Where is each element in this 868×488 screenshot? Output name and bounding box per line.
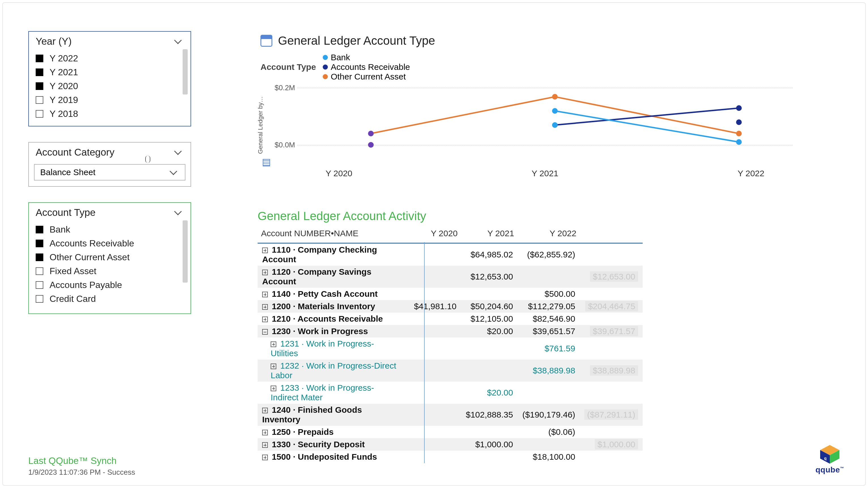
cell-account-name[interactable]: 1210 · Accounts Receivable	[258, 313, 405, 325]
chevron-down-icon[interactable]	[175, 148, 184, 157]
cell-value: $50,204.60	[461, 300, 518, 313]
chart-legend: Account Type BankAccounts ReceivableOthe…	[260, 53, 804, 82]
checkbox-icon[interactable]	[36, 82, 43, 90]
slicer-type-item[interactable]: Other Current Asset	[29, 250, 190, 264]
expand-icon[interactable]	[262, 270, 268, 275]
cell-value	[518, 382, 580, 404]
slicer-type-header[interactable]: Account Type	[29, 203, 190, 221]
chevron-down-icon[interactable]	[175, 37, 184, 45]
chart-plot-area[interactable]: General Ledger by… $0.2M $0.0M Y	[275, 86, 793, 165]
cell-total-ghost	[580, 337, 643, 360]
chevron-down-icon[interactable]	[175, 208, 184, 217]
table-row[interactable]: 1200 · Materials Inventory$41,981.10$50,…	[258, 300, 643, 313]
checkbox-icon[interactable]	[36, 267, 43, 275]
expand-icon[interactable]	[262, 304, 268, 310]
expand-icon[interactable]	[262, 408, 268, 413]
slicer-type-item[interactable]: Fixed Asset	[29, 264, 190, 278]
table-row[interactable]: 1110 · Company Checking Account$64,985.0…	[258, 243, 643, 266]
slicer-year-item[interactable]: Y 2022	[29, 52, 190, 65]
table-row[interactable]: 1120 · Company Savings Account$12,653.00…	[258, 266, 643, 288]
table-row[interactable]: 1250 · Prepaids($0.06)	[258, 426, 643, 438]
cell-account-name[interactable]: 1200 · Materials Inventory	[258, 300, 405, 313]
table-row[interactable]: 1140 · Petty Cash Account$500.00	[258, 288, 643, 300]
table-row[interactable]: 1240 · Finished Goods Inventory$102,888.…	[258, 404, 643, 426]
cell-account-name[interactable]: 1230 · Work in Progress	[258, 325, 405, 337]
checkbox-icon[interactable]	[36, 226, 43, 233]
legend-item[interactable]: Bank	[323, 53, 410, 62]
slicer-type-item[interactable]: Credit Card	[29, 292, 190, 306]
table-row[interactable]: 1231 · Work in Progress-Utilities$761.59	[258, 337, 643, 360]
slicer-year-item[interactable]: Y 2021	[29, 65, 190, 79]
cell-value: $64,985.02	[461, 243, 518, 266]
expand-icon[interactable]	[262, 442, 268, 448]
slicer-account-category[interactable]: Account Category Balance Sheet	[28, 142, 191, 187]
cell-value	[461, 451, 518, 463]
checkbox-icon[interactable]	[36, 68, 43, 76]
slicer-year-scrollbar[interactable]	[183, 49, 188, 95]
expand-icon[interactable]	[271, 341, 276, 347]
checkbox-icon[interactable]	[36, 96, 43, 104]
checkbox-icon[interactable]	[36, 254, 43, 261]
checkbox-icon[interactable]	[36, 295, 43, 303]
table-icon[interactable]	[263, 159, 270, 166]
cell-value	[405, 404, 461, 426]
cell-account-name[interactable]: 1330 · Security Deposit	[258, 438, 405, 451]
slicer-type-item[interactable]: Bank	[29, 223, 190, 236]
expand-icon[interactable]	[271, 363, 276, 369]
slicer-type-item[interactable]: Accounts Payable	[29, 278, 190, 292]
cell-account-name[interactable]: 1231 · Work in Progress-Utilities	[258, 337, 405, 360]
checkbox-icon[interactable]	[36, 281, 43, 289]
checkbox-icon[interactable]	[36, 55, 43, 62]
table-row[interactable]: 1230 · Work in Progress$20.00$39,651.57$…	[258, 325, 643, 337]
slicer-year-header[interactable]: Year (Y)	[29, 32, 190, 50]
expand-icon[interactable]	[262, 317, 268, 322]
cell-value: ($190,179.46)	[518, 404, 580, 426]
slicer-year-item[interactable]: Y 2020	[29, 79, 190, 93]
expand-icon[interactable]	[262, 292, 268, 297]
expand-icon[interactable]	[262, 430, 268, 435]
col-account[interactable]: Account NUMBER•NAME	[258, 227, 405, 243]
table-row[interactable]: 1330 · Security Deposit$1,000.00$1,000.0…	[258, 438, 643, 451]
slicer-year-item[interactable]: Y 2019	[29, 93, 190, 107]
cell-account-name[interactable]: 1240 · Finished Goods Inventory	[258, 404, 405, 426]
svg-point-3	[552, 108, 558, 114]
collapse-icon[interactable]	[262, 329, 268, 335]
cell-account-name[interactable]: 1233 · Work in Progress-Indirect Mater	[258, 382, 405, 404]
slicer-item-label: Bank	[50, 224, 70, 235]
table-row[interactable]: 1232 · Work in Progress-Direct Labor$38,…	[258, 360, 643, 382]
cell-account-name[interactable]: 1500 · Undeposited Funds	[258, 451, 405, 463]
col-y2020[interactable]: Y 2020	[405, 227, 461, 243]
slicer-type-scrollbar[interactable]	[183, 220, 188, 283]
slicer-category-header[interactable]: Account Category	[29, 142, 190, 161]
expand-icon[interactable]	[262, 248, 268, 253]
cell-total-ghost	[580, 243, 643, 266]
checkbox-icon[interactable]	[36, 110, 43, 118]
cell-value	[518, 266, 580, 288]
cell-account-name[interactable]: 1140 · Petty Cash Account	[258, 288, 405, 300]
cell-account-name[interactable]: 1232 · Work in Progress-Direct Labor	[258, 360, 405, 382]
cell-account-name[interactable]: 1110 · Company Checking Account	[258, 243, 405, 266]
checkbox-icon[interactable]	[36, 239, 43, 247]
table-row[interactable]: 1500 · Undeposited Funds$18,100.00	[258, 451, 643, 463]
legend-item[interactable]: Other Current Asset	[323, 72, 410, 82]
table-row[interactable]: 1233 · Work in Progress-Indirect Mater$2…	[258, 382, 643, 404]
chevron-down-icon[interactable]	[171, 168, 179, 176]
cell-total-ghost: $12,653.00	[580, 266, 643, 288]
slicer-year-item[interactable]: Y 2018	[29, 107, 190, 121]
slicer-account-type[interactable]: Account Type BankAccounts ReceivableOthe…	[28, 202, 191, 314]
cell-value: $500.00	[518, 288, 580, 300]
slicer-type-item[interactable]: Accounts Receivable	[29, 236, 190, 250]
table-row[interactable]: 1210 · Accounts Receivable$12,105.00$82,…	[258, 313, 643, 325]
expand-icon[interactable]	[262, 455, 268, 460]
slicer-item-label: Accounts Payable	[50, 280, 122, 290]
account-category-dropdown[interactable]: Balance Sheet	[34, 164, 185, 181]
x-tick: Y 2020	[326, 169, 352, 178]
col-y2022[interactable]: Y 2022	[518, 227, 580, 243]
cell-account-name[interactable]: 1120 · Company Savings Account	[258, 266, 405, 288]
legend-item[interactable]: Accounts Receivable	[323, 62, 410, 72]
cell-account-name[interactable]: 1250 · Prepaids	[258, 426, 405, 438]
expand-icon[interactable]	[271, 386, 276, 391]
col-y2021[interactable]: Y 2021	[461, 227, 518, 243]
cell-total-ghost	[580, 451, 643, 463]
slicer-year[interactable]: Year (Y) Y 2022Y 2021Y 2020Y 2019Y 2018	[28, 31, 191, 126]
